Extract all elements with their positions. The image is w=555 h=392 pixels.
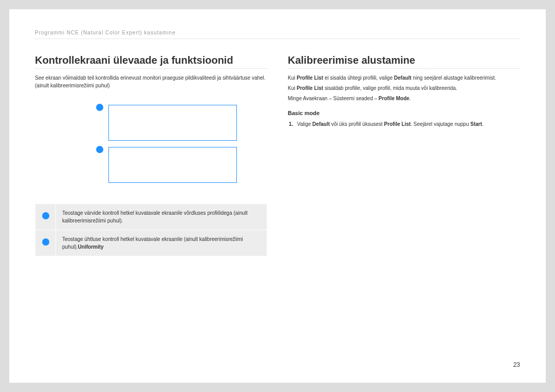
text-part: Minge Avaekraan – Süsteemi seaded – [288, 96, 379, 101]
legend-row: Teostage ühtluse kontroll hetkel kuvatav… [35, 230, 267, 256]
dot-icon [96, 146, 103, 153]
dot-icon [42, 212, 49, 219]
page-header: Programmi NCE (Natural Color Expert) kas… [35, 30, 520, 39]
dot-icon [96, 104, 103, 111]
subheading-basic-mode: Basic mode [288, 110, 520, 116]
text-bold: Start [470, 121, 482, 127]
text-part: . Seejärel vajutage nuppu [411, 121, 470, 127]
text-part: Kui [288, 85, 297, 91]
legend-text-bold: Uniformity [78, 244, 104, 250]
legend-text: Teostage värvide kontroll hetkel kuvatav… [56, 204, 267, 230]
text-bold: Default [394, 75, 412, 81]
text-bold: Profile List [297, 75, 323, 81]
right-para-3: Minge Avaekraan – Süsteemi seaded – Prof… [288, 95, 520, 103]
text-part: Valige [297, 121, 312, 127]
right-column: Kalibreerimise alustamine Kui Profile Li… [288, 54, 520, 256]
text-bold: Profile Mode [379, 96, 410, 101]
text-part: . [482, 121, 484, 127]
text-part: sisaldab profiile, valige profiil, mida … [323, 85, 457, 91]
legend-table: Teostage värvide kontroll hetkel kuvatav… [35, 203, 267, 256]
diagram-row-2 [96, 147, 237, 183]
text-bold: Default [312, 121, 330, 127]
diagram-box [108, 147, 237, 183]
numbered-list: 1.Valige Default või üks profiil üksuses… [288, 120, 520, 128]
text-part: ei sisalda ühtegi profiili, valige [323, 75, 394, 81]
left-title: Kontrollekraani ülevaade ja funktsioonid [35, 54, 267, 69]
text-bold: Profile List [384, 121, 411, 127]
text-bold: Profile List [297, 85, 323, 91]
page-number: 23 [513, 361, 520, 368]
dot-icon [42, 238, 49, 246]
list-number: 1. [289, 120, 297, 128]
right-title: Kalibreerimise alustamine [288, 54, 520, 69]
right-para-2: Kui Profile List sisaldab profiile, vali… [288, 84, 520, 92]
legend-icon-cell [35, 204, 56, 230]
diagram [35, 105, 267, 183]
text-part: Kui [288, 75, 297, 81]
text-part: või üks profiil üksusest [330, 121, 384, 127]
legend-icon-cell [35, 230, 56, 256]
left-intro: See ekraan võimaldab teil kontrollida er… [35, 74, 267, 89]
document-page: Programmi NCE (Natural Color Expert) kas… [9, 9, 546, 383]
list-item: 1.Valige Default või üks profiil üksuses… [297, 120, 520, 128]
right-para-1: Kui Profile List ei sisalda ühtegi profi… [288, 74, 520, 82]
legend-text: Teostage ühtluse kontroll hetkel kuvatav… [56, 230, 267, 256]
text-part: ning seejärel alustage kalibreerimist. [412, 75, 496, 81]
text-part: . [410, 96, 411, 101]
content-columns: Kontrollekraani ülevaade ja funktsioonid… [35, 54, 520, 256]
left-column: Kontrollekraani ülevaade ja funktsioonid… [35, 54, 267, 256]
diagram-box [108, 105, 237, 141]
legend-row: Teostage värvide kontroll hetkel kuvatav… [35, 204, 267, 230]
diagram-row-1 [96, 105, 237, 141]
